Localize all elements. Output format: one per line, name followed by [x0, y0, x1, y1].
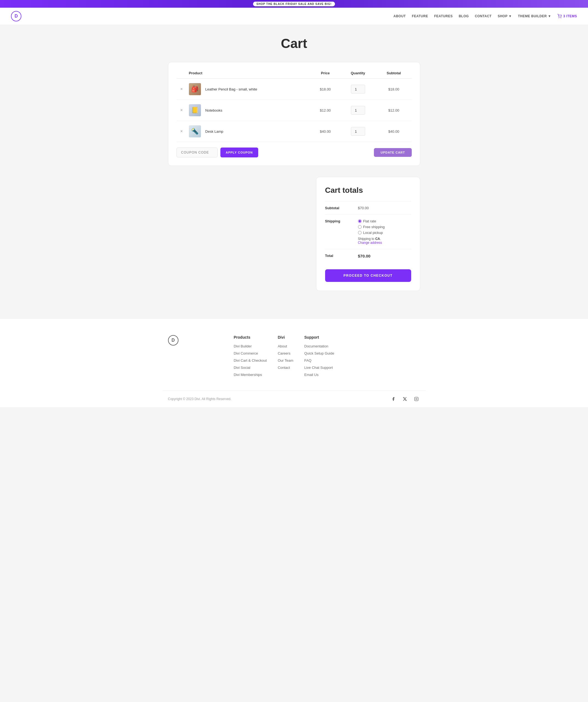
- nav-blog[interactable]: BLOG: [459, 14, 469, 18]
- remove-item-2[interactable]: ×: [179, 108, 184, 113]
- subtotal-row: Subtotal $70.00: [325, 201, 411, 214]
- footer-link-divi-builder[interactable]: Divi Builder: [234, 344, 252, 348]
- update-cart-button[interactable]: UPDATE CART: [374, 148, 412, 157]
- total-label: Total: [325, 254, 358, 258]
- footer-link-our-team[interactable]: Our Team: [278, 358, 293, 362]
- col-price: Price: [311, 68, 340, 79]
- footer-col-support-list: Documentation Quick Setup Guide FAQ Live…: [304, 344, 334, 377]
- footer-link-email-us[interactable]: Email Us: [304, 373, 318, 377]
- shipping-free-label: Free shipping: [363, 225, 385, 229]
- footer-col-support-heading: Support: [304, 335, 334, 340]
- shipping-local[interactable]: Local pickup: [358, 231, 411, 235]
- shipping-local-radio[interactable]: [358, 231, 361, 234]
- product-name-2: Notebooks: [205, 108, 222, 112]
- svg-rect-2: [415, 397, 418, 400]
- footer-logo[interactable]: D: [168, 335, 178, 346]
- footer-link-faq[interactable]: FAQ: [304, 358, 311, 362]
- nav-theme-builder[interactable]: THEME BUILDER ▼: [518, 14, 551, 18]
- shipping-local-label: Local pickup: [363, 231, 383, 235]
- cart-box: Product Price Quantity Subtotal × 🎒: [168, 62, 420, 166]
- qty-input-3[interactable]: [351, 127, 365, 136]
- footer-col-divi-list: About Careers Our Team Contact: [278, 344, 293, 370]
- shipping-row: Shipping Flat rate Free shipping: [325, 214, 411, 249]
- product-price-2: $12.00: [311, 100, 340, 121]
- nav-cart[interactable]: 3 ITEMS: [557, 14, 577, 18]
- svg-point-0: [559, 17, 559, 18]
- col-quantity: Quantity: [340, 68, 376, 79]
- product-image-1: 🎒: [189, 83, 201, 95]
- top-banner: SHOP THE BLACK FRIDAY SALE AND SAVE BIG!: [0, 0, 588, 8]
- shipping-flat-rate[interactable]: Flat rate: [358, 219, 411, 223]
- checkout-button[interactable]: PROCEED TO CHECKOUT: [325, 269, 411, 282]
- footer-link-divi-cart[interactable]: Divi Cart & Checkout: [234, 358, 267, 362]
- product-image-3: 🔦: [189, 125, 201, 137]
- shipping-label: Shipping: [325, 219, 358, 223]
- footer-link-divi-social[interactable]: Divi Social: [234, 365, 251, 370]
- footer-col-divi-heading: Divi: [278, 335, 293, 340]
- product-subtotal-3: $40.00: [376, 121, 412, 142]
- footer-link-divi-memberships[interactable]: Divi Memberships: [234, 373, 262, 377]
- cart-count: 3 ITEMS: [563, 14, 577, 18]
- footer-col-divi: Divi About Careers Our Team Contact: [278, 335, 293, 379]
- nav-about[interactable]: ABOUT: [393, 14, 406, 18]
- cart-totals-wrapper: Cart totals Subtotal $70.00 Shipping Fla…: [168, 177, 420, 291]
- footer-bottom: Copyright © 2023 Divi. All Rights Reserv…: [163, 390, 426, 407]
- product-price-3: $40.00: [311, 121, 340, 142]
- nav-features[interactable]: FEATURES: [434, 14, 453, 18]
- qty-input-2[interactable]: [351, 106, 365, 115]
- change-address-link[interactable]: Change address: [358, 241, 382, 245]
- product-subtotal-1: $18.00: [376, 79, 412, 100]
- remove-item-1[interactable]: ×: [179, 87, 184, 92]
- shipping-flat-rate-label: Flat rate: [363, 219, 377, 223]
- footer-main: D Products Divi Builder Divi Commerce Di…: [163, 319, 426, 390]
- footer-col-products-heading: Products: [234, 335, 267, 340]
- footer-link-careers[interactable]: Careers: [278, 351, 290, 355]
- twitter-x-icon[interactable]: [401, 395, 409, 403]
- coupon-input[interactable]: [176, 147, 217, 157]
- shipping-address: Shipping to CA. Change address: [358, 237, 411, 245]
- subtotal-value: $70.00: [358, 206, 411, 210]
- shipping-to-text: Shipping to: [358, 237, 375, 241]
- footer-link-divi-commerce[interactable]: Divi Commerce: [234, 351, 258, 355]
- cart-totals-title: Cart totals: [325, 186, 411, 195]
- nav-feature[interactable]: FEATURE: [412, 14, 428, 18]
- footer-cols: Products Divi Builder Divi Commerce Divi…: [234, 335, 420, 379]
- table-row: × 🔦 Desk Lamp $40.00 $40.00: [176, 121, 412, 142]
- shipping-free-radio[interactable]: [358, 225, 361, 229]
- cart-actions: APPLY COUPON UPDATE CART: [176, 147, 412, 157]
- shipping-free[interactable]: Free shipping: [358, 225, 411, 229]
- page-title: Cart: [168, 36, 420, 51]
- banner-text[interactable]: SHOP THE BLACK FRIDAY SALE AND SAVE BIG!: [253, 2, 335, 6]
- qty-input-1[interactable]: [351, 85, 365, 94]
- footer-col-support: Support Documentation Quick Setup Guide …: [304, 335, 334, 379]
- product-price-1: $18.00: [311, 79, 340, 100]
- header: D ABOUT FEATURE FEATURES BLOG CONTACT SH…: [0, 8, 588, 25]
- shipping-flat-rate-radio[interactable]: [358, 219, 361, 223]
- remove-item-3[interactable]: ×: [179, 129, 184, 134]
- social-icons: [390, 395, 420, 403]
- shipping-state: CA: [375, 237, 380, 241]
- svg-point-1: [561, 17, 561, 18]
- apply-coupon-button[interactable]: APPLY COUPON: [220, 147, 259, 157]
- table-row: × 🎒 Leather Pencil Bag - small, white $1…: [176, 79, 412, 100]
- footer-link-about[interactable]: About: [278, 344, 287, 348]
- total-value: $70.00: [358, 254, 411, 258]
- nav-contact[interactable]: CONTACT: [475, 14, 491, 18]
- instagram-icon[interactable]: [413, 395, 420, 403]
- footer-link-documentation[interactable]: Documentation: [304, 344, 328, 348]
- footer-link-contact[interactable]: Contact: [278, 365, 290, 370]
- main-content: Cart Product Price Quantity Subtotal ×: [163, 25, 426, 318]
- footer-col-products-list: Divi Builder Divi Commerce Divi Cart & C…: [234, 344, 267, 377]
- col-subtotal: Subtotal: [376, 68, 412, 79]
- footer-link-live-chat[interactable]: Live Chat Support: [304, 365, 333, 370]
- nav-shop[interactable]: SHOP ▼: [497, 14, 512, 18]
- total-row: Total $70.00: [325, 249, 411, 263]
- subtotal-label: Subtotal: [325, 206, 358, 210]
- product-name-3: Desk Lamp: [205, 129, 224, 133]
- product-subtotal-2: $12.00: [376, 100, 412, 121]
- logo[interactable]: D: [11, 11, 21, 21]
- facebook-icon[interactable]: [390, 395, 397, 403]
- footer-link-quick-setup[interactable]: Quick Setup Guide: [304, 351, 334, 355]
- cart-table: Product Price Quantity Subtotal × 🎒: [176, 68, 412, 142]
- shipping-options: Flat rate Free shipping Local pickup Shi…: [358, 219, 411, 245]
